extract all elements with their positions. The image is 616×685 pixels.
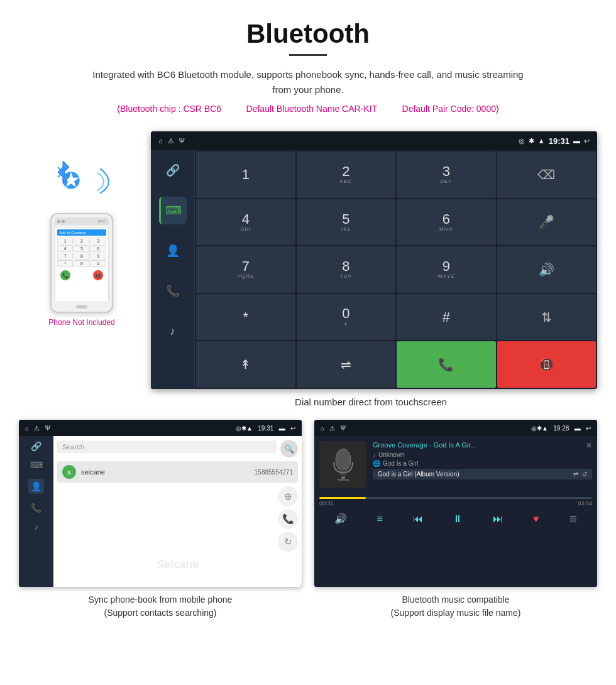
mp-favorite-button[interactable]: ♥: [533, 513, 539, 525]
sidebar-dialpad-icon[interactable]: ⌨: [159, 197, 187, 224]
mp-top: Groove Coverage - God Is A Gir... ✕ ♪ Un…: [319, 441, 592, 488]
dial-key-1[interactable]: 1: [196, 151, 295, 198]
dial-key-6[interactable]: 6 MNO: [397, 199, 496, 246]
repeat-icon[interactable]: ↺: [582, 471, 587, 478]
sidebar-link-icon[interactable]: 🔗: [159, 156, 187, 184]
phonebook-caption: Sync phone-book from mobile phone (Suppo…: [89, 593, 233, 620]
dial-caption: Dial number direct from touchscreen: [0, 397, 616, 407]
phone-dot-2: [62, 220, 65, 223]
phonebook-screenshot-block: ⌂ ⚠ Ψ ◎✱▲ 19:31 ▬ ↩ 🔗 ⌨ 👤 📞 ♪ Search: [19, 420, 302, 620]
pb-music-icon[interactable]: ♪: [34, 522, 38, 532]
phonebook-caption-line1: Sync phone-book from mobile phone: [89, 595, 233, 605]
back-icon[interactable]: ↩: [584, 137, 590, 145]
mp-playlist-button[interactable]: ≣: [569, 513, 577, 525]
svg-marker-0: [58, 161, 69, 184]
mp-playlist-item[interactable]: God is a Girl (Album Version) ⇌ ↺: [373, 469, 592, 480]
sidebar-contacts-icon[interactable]: 👤: [159, 237, 187, 265]
dial-key-2[interactable]: 2 ABC: [297, 151, 396, 198]
dial-key-5[interactable]: 5 JKL: [297, 199, 396, 246]
phone-screen-header: Add to Contacts: [57, 229, 106, 236]
phone-device: MXC Add to Contacts 123 456 789 *0# 📞 📵: [50, 213, 113, 313]
hu-dialpad-screen: ⌂ ⚠ Ψ ◎ ✱ ▲ 19:31 ▬ ↩ 🔗 ⌨ 👤: [151, 131, 597, 389]
page-description: Integrated with BC6 Bluetooth module, su…: [88, 67, 528, 97]
warning-icon: ⚠: [168, 137, 174, 145]
hu-body: 🔗 ⌨ 👤 📞 ♪ 1 2: [151, 150, 597, 389]
dial-key-3[interactable]: 3 DEF: [397, 151, 496, 198]
pb-dialpad-icon[interactable]: ⌨: [30, 460, 43, 470]
mp-prev-button[interactable]: ⏮: [413, 513, 423, 525]
spec-name: Default Bluetooth Name CAR-KIT: [246, 104, 378, 114]
dial-key-4[interactable]: 4 GHI: [196, 199, 295, 246]
dial-key-star[interactable]: *: [196, 294, 295, 341]
dial-key-call[interactable]: 📞: [397, 341, 496, 388]
pb-search-field[interactable]: Search: [57, 441, 277, 453]
pb-search-button[interactable]: 🔍: [280, 440, 298, 458]
dial-key-end[interactable]: 📵: [497, 341, 597, 388]
mp-close-button[interactable]: ✕: [586, 441, 592, 450]
phonebook-screenshot: ⌂ ⚠ Ψ ◎✱▲ 19:31 ▬ ↩ 🔗 ⌨ 👤 📞 ♪ Search: [19, 420, 302, 587]
sidebar-call-icon[interactable]: 📞: [159, 277, 187, 305]
hu-status-bar: ⌂ ⚠ Ψ ◎ ✱ ▲ 19:31 ▬ ↩: [151, 131, 597, 150]
mp-status-bar: ⌂ ⚠ Ψ ◎✱▲ 19:28 ▬ ↩: [314, 420, 597, 436]
pb-call-contact-button[interactable]: 📞: [278, 509, 298, 529]
pb-time: 19:31: [258, 425, 273, 432]
spec-code: Default Pair Code: 0000): [402, 104, 499, 114]
phone-end-button[interactable]: 📵: [93, 270, 103, 280]
mp-info: Groove Coverage - God Is A Gir... ✕ ♪ Un…: [373, 441, 592, 481]
phone-home-button[interactable]: [76, 305, 87, 309]
phone-call-button[interactable]: 📞: [60, 270, 70, 280]
dial-key-volume[interactable]: 🔊: [497, 246, 597, 293]
mp-equalizer-button[interactable]: ≡: [377, 513, 383, 525]
pb-status-left: ⌂ ⚠ Ψ: [25, 425, 50, 432]
sidebar-music-icon[interactable]: ♪: [159, 317, 187, 345]
mp-time-row: 00:31 03:04: [319, 500, 592, 507]
phonebook-caption-line2: (Support contacts searching): [104, 608, 217, 618]
phone-screen: Add to Contacts 123 456 789 *0# 📞 📵: [55, 227, 109, 302]
dial-key-8[interactable]: 8 TUV: [297, 246, 396, 293]
pb-link-icon[interactable]: 🔗: [31, 441, 41, 451]
pb-watermark: Seicane: [57, 558, 298, 571]
mp-status-left: ⌂ ⚠ Ψ: [321, 425, 346, 432]
mp-status-right: ◎✱▲ 19:28 ▬ ↩: [531, 425, 591, 432]
mp-progress-bar[interactable]: [319, 497, 592, 499]
music-caption-line2: (Support display music file name): [391, 608, 521, 618]
pb-contacts-icon[interactable]: 👤: [28, 479, 44, 494]
dial-key-merge[interactable]: ↟: [196, 341, 295, 388]
demo-section: ✪ MXC Add to Contacts: [0, 131, 616, 389]
mp-progress-fill: [319, 497, 366, 499]
pb-status-bar: ⌂ ⚠ Ψ ◎✱▲ 19:31 ▬ ↩: [19, 420, 302, 436]
dial-key-swap2[interactable]: ⇌: [297, 341, 396, 388]
hu-sidebar: 🔗 ⌨ 👤 📞 ♪: [151, 150, 195, 389]
dial-key-backspace[interactable]: ⌫: [497, 151, 597, 198]
music-caption: Bluetooth music compatible (Support disp…: [391, 593, 521, 620]
pb-call-icon[interactable]: 📞: [31, 503, 41, 513]
phone-not-included-label: Phone Not Included: [48, 318, 114, 327]
page-title: Bluetooth: [13, 19, 603, 49]
mp-playlist: God is a Girl (Album Version) ⇌ ↺: [373, 469, 592, 480]
mp-volume-button[interactable]: 🔊: [334, 513, 347, 525]
dial-key-0[interactable]: 0 +: [297, 294, 396, 341]
music-caption-line1: Bluetooth music compatible: [402, 595, 509, 605]
phone-dot: [57, 220, 60, 223]
svg-rect-5: [341, 476, 345, 479]
pb-add-contact-button[interactable]: ⊕: [278, 486, 298, 507]
dial-key-hash[interactable]: #: [397, 294, 496, 341]
mp-next-button[interactable]: ⏭: [493, 513, 503, 525]
svg-rect-6: [338, 479, 349, 481]
pb-refresh-button[interactable]: ↻: [278, 532, 298, 552]
hu-status-right: ◎ ✱ ▲ 19:31 ▬ ↩: [519, 136, 590, 146]
location-icon: ◎: [519, 137, 525, 145]
dial-key-mute[interactable]: 🎤: [497, 199, 597, 246]
pb-contact-item[interactable]: s seicane 15885554271: [57, 461, 298, 483]
mp-body: Groove Coverage - God Is A Gir... ✕ ♪ Un…: [314, 436, 597, 587]
battery-icon: ▬: [573, 137, 580, 145]
search-placeholder: Search: [62, 443, 84, 451]
dial-key-swap[interactable]: ⇅: [497, 294, 597, 341]
pb-content: Search 🔍 s seicane 15885554271 ⊕ 📞 ↻: [53, 436, 302, 587]
dial-key-7[interactable]: 7 PQRS: [196, 246, 295, 293]
mp-progress-area: 00:31 03:04: [319, 497, 592, 507]
shuffle-icon[interactable]: ⇌: [573, 471, 578, 478]
dial-key-9[interactable]: 9 WXYZ: [397, 246, 496, 293]
mp-play-pause-button[interactable]: ⏸: [453, 513, 463, 525]
hu-dialpad: 1 2 ABC 3 DEF ⌫: [195, 150, 597, 389]
